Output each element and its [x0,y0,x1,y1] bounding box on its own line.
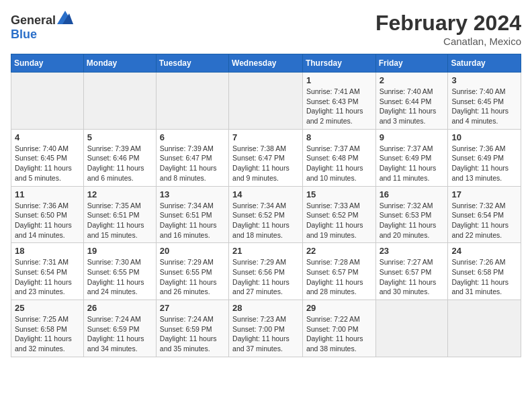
day-number: 23 [380,246,445,256]
day-number: 28 [232,303,299,313]
day-number: 24 [451,246,517,256]
calendar-cell [229,73,303,130]
subtitle: Canatlan, Mexico [375,36,521,47]
day-number: 7 [232,132,299,142]
day-number: 8 [306,132,372,142]
calendar-cell: 28Sunrise: 7:23 AMSunset: 7:00 PMDayligh… [229,300,303,357]
calendar-cell: 18Sunrise: 7:31 AMSunset: 6:54 PMDayligh… [11,243,84,300]
calendar-cell: 19Sunrise: 7:30 AMSunset: 6:55 PMDayligh… [83,243,156,300]
day-number: 1 [306,75,372,85]
day-info: Sunrise: 7:34 AMSunset: 6:51 PMDaylight:… [160,201,225,240]
day-number: 9 [380,132,445,142]
day-number: 18 [15,246,80,256]
calendar-cell: 20Sunrise: 7:29 AMSunset: 6:55 PMDayligh… [156,243,228,300]
calendar-cell: 29Sunrise: 7:22 AMSunset: 7:00 PMDayligh… [302,300,375,357]
day-info: Sunrise: 7:26 AMSunset: 6:58 PMDaylight:… [451,257,517,297]
day-number: 26 [87,303,152,313]
calendar-cell: 6Sunrise: 7:39 AMSunset: 6:47 PMDaylight… [156,129,228,186]
day-info: Sunrise: 7:29 AMSunset: 6:56 PMDaylight:… [232,257,299,297]
day-number: 14 [232,189,299,199]
calendar-cell [11,73,84,130]
day-info: Sunrise: 7:40 AMSunset: 6:44 PMDaylight:… [380,87,445,126]
day-number: 11 [15,189,80,199]
day-number: 5 [87,132,152,142]
calendar-cell [156,73,228,130]
calendar-cell: 5Sunrise: 7:39 AMSunset: 6:46 PMDaylight… [83,129,156,186]
day-info: Sunrise: 7:23 AMSunset: 7:00 PMDaylight:… [232,314,299,354]
calendar-cell: 1Sunrise: 7:41 AMSunset: 6:43 PMDaylight… [302,73,375,130]
col-header-thursday: Thursday [302,54,375,73]
calendar-cell: 13Sunrise: 7:34 AMSunset: 6:51 PMDayligh… [156,186,228,243]
day-info: Sunrise: 7:25 AMSunset: 6:58 PMDaylight:… [15,314,80,354]
day-info: Sunrise: 7:24 AMSunset: 6:59 PMDaylight:… [160,314,225,354]
calendar-cell: 2Sunrise: 7:40 AMSunset: 6:44 PMDaylight… [375,73,448,130]
calendar-cell: 24Sunrise: 7:26 AMSunset: 6:58 PMDayligh… [448,243,521,300]
calendar-cell: 26Sunrise: 7:24 AMSunset: 6:59 PMDayligh… [83,300,156,357]
day-number: 27 [160,303,225,313]
logo-icon [57,11,73,24]
day-number: 17 [451,189,517,199]
day-number: 4 [15,132,80,142]
day-info: Sunrise: 7:22 AMSunset: 7:00 PMDaylight:… [306,314,372,354]
day-number: 6 [160,132,225,142]
calendar-cell: 12Sunrise: 7:35 AMSunset: 6:51 PMDayligh… [83,186,156,243]
main-title: February 2024 [375,11,521,36]
calendar-cell: 9Sunrise: 7:37 AMSunset: 6:49 PMDaylight… [375,129,448,186]
day-info: Sunrise: 7:30 AMSunset: 6:55 PMDaylight:… [87,257,152,297]
day-info: Sunrise: 7:37 AMSunset: 6:48 PMDaylight:… [306,144,372,183]
calendar-cell: 8Sunrise: 7:37 AMSunset: 6:48 PMDaylight… [302,129,375,186]
calendar-cell [375,300,448,357]
day-info: Sunrise: 7:33 AMSunset: 6:52 PMDaylight:… [306,201,372,240]
day-info: Sunrise: 7:40 AMSunset: 6:45 PMDaylight:… [451,87,517,126]
day-number: 25 [15,303,80,313]
calendar-cell: 16Sunrise: 7:32 AMSunset: 6:53 PMDayligh… [375,186,448,243]
day-number: 3 [451,75,517,85]
day-info: Sunrise: 7:27 AMSunset: 6:57 PMDaylight:… [380,257,445,297]
calendar-cell: 11Sunrise: 7:36 AMSunset: 6:50 PMDayligh… [11,186,84,243]
day-number: 21 [232,246,299,256]
day-number: 19 [87,246,152,256]
calendar-cell: 17Sunrise: 7:32 AMSunset: 6:54 PMDayligh… [448,186,521,243]
calendar-cell [83,73,156,130]
logo-general: General [11,13,56,27]
day-info: Sunrise: 7:32 AMSunset: 6:53 PMDaylight:… [380,201,445,240]
day-info: Sunrise: 7:41 AMSunset: 6:43 PMDaylight:… [306,87,372,126]
day-number: 13 [160,189,225,199]
calendar-cell: 22Sunrise: 7:28 AMSunset: 6:57 PMDayligh… [302,243,375,300]
day-info: Sunrise: 7:39 AMSunset: 6:46 PMDaylight:… [87,144,152,183]
logo: General Blue [11,11,73,42]
calendar-cell: 10Sunrise: 7:36 AMSunset: 6:49 PMDayligh… [448,129,521,186]
calendar-cell: 7Sunrise: 7:38 AMSunset: 6:47 PMDaylight… [229,129,303,186]
calendar-cell: 23Sunrise: 7:27 AMSunset: 6:57 PMDayligh… [375,243,448,300]
day-info: Sunrise: 7:38 AMSunset: 6:47 PMDaylight:… [232,144,299,183]
day-info: Sunrise: 7:40 AMSunset: 6:45 PMDaylight:… [15,144,80,183]
calendar-week-2: 4Sunrise: 7:40 AMSunset: 6:45 PMDaylight… [11,129,521,186]
day-info: Sunrise: 7:31 AMSunset: 6:54 PMDaylight:… [15,257,80,297]
day-number: 12 [87,189,152,199]
day-info: Sunrise: 7:24 AMSunset: 6:59 PMDaylight:… [87,314,152,354]
day-number: 15 [306,189,372,199]
day-info: Sunrise: 7:36 AMSunset: 6:49 PMDaylight:… [451,144,517,183]
calendar-week-5: 25Sunrise: 7:25 AMSunset: 6:58 PMDayligh… [11,300,521,357]
calendar-cell: 14Sunrise: 7:34 AMSunset: 6:52 PMDayligh… [229,186,303,243]
calendar-week-4: 18Sunrise: 7:31 AMSunset: 6:54 PMDayligh… [11,243,521,300]
day-info: Sunrise: 7:36 AMSunset: 6:50 PMDaylight:… [15,201,80,240]
day-info: Sunrise: 7:39 AMSunset: 6:47 PMDaylight:… [160,144,225,183]
day-info: Sunrise: 7:28 AMSunset: 6:57 PMDaylight:… [306,257,372,297]
calendar-week-3: 11Sunrise: 7:36 AMSunset: 6:50 PMDayligh… [11,186,521,243]
logo-text: General Blue [11,11,73,42]
calendar-cell: 25Sunrise: 7:25 AMSunset: 6:58 PMDayligh… [11,300,84,357]
calendar-header-row: SundayMondayTuesdayWednesdayThursdayFrid… [11,54,521,73]
calendar-cell: 4Sunrise: 7:40 AMSunset: 6:45 PMDaylight… [11,129,84,186]
day-number: 20 [160,246,225,256]
day-info: Sunrise: 7:29 AMSunset: 6:55 PMDaylight:… [160,257,225,297]
day-number: 29 [306,303,372,313]
col-header-sunday: Sunday [11,54,84,73]
day-info: Sunrise: 7:37 AMSunset: 6:49 PMDaylight:… [380,144,445,183]
col-header-wednesday: Wednesday [229,54,303,73]
calendar-cell [448,300,521,357]
calendar-cell: 3Sunrise: 7:40 AMSunset: 6:45 PMDaylight… [448,73,521,130]
day-number: 10 [451,132,517,142]
day-info: Sunrise: 7:34 AMSunset: 6:52 PMDaylight:… [232,201,299,240]
day-number: 22 [306,246,372,256]
